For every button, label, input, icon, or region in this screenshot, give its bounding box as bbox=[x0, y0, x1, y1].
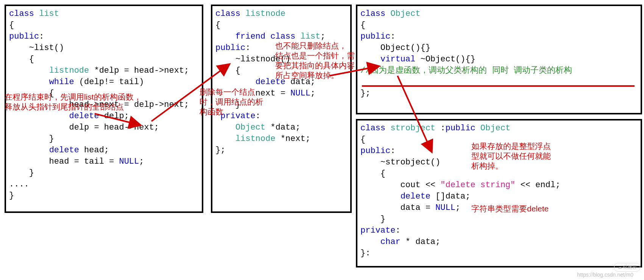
brace: { bbox=[9, 55, 34, 64]
colon: : bbox=[390, 146, 395, 156]
line: delp; bbox=[99, 111, 129, 121]
line: ; bbox=[455, 203, 460, 213]
kw-class: class bbox=[215, 9, 240, 19]
indent bbox=[360, 192, 401, 201]
line: ~Object(){} bbox=[415, 55, 475, 64]
comment: //因为是虚函数，调动父类析构的 同时 调动子类的析构 bbox=[360, 66, 572, 75]
line: cout << bbox=[360, 180, 440, 190]
line: ; bbox=[310, 89, 315, 98]
kw-class: class bbox=[360, 9, 385, 19]
indent bbox=[9, 111, 69, 121]
kw-class: class bbox=[9, 9, 34, 19]
line: ~strobject() bbox=[360, 158, 440, 167]
indent bbox=[9, 77, 49, 87]
code-box-object: class Object { public: Object(){} virtua… bbox=[356, 5, 642, 114]
ty-object: Object bbox=[235, 123, 265, 132]
colon: : bbox=[435, 124, 445, 133]
ty-list: list bbox=[34, 9, 59, 19]
brace: } bbox=[9, 191, 14, 200]
line: delp = head->next; bbox=[9, 123, 159, 132]
kw-friend-class: friend class bbox=[235, 32, 295, 41]
kw-public: public bbox=[445, 124, 475, 133]
line: *delp = head->next; bbox=[89, 66, 189, 75]
kw-virtual: virtual bbox=[380, 55, 415, 64]
kw-delete: delete bbox=[401, 192, 430, 201]
line: []data; bbox=[430, 192, 471, 201]
colon: : bbox=[245, 43, 250, 53]
kw-null: NULL bbox=[119, 157, 139, 166]
line: << endl; bbox=[515, 180, 560, 190]
line: data = bbox=[360, 203, 435, 213]
brace: { bbox=[360, 135, 365, 144]
ty-listnode: listnode bbox=[240, 9, 285, 19]
ty-strobject: strobject bbox=[385, 124, 435, 133]
kw-delete: delete bbox=[69, 111, 99, 121]
brace: } bbox=[9, 168, 34, 178]
indent bbox=[360, 237, 380, 247]
kw-null: NULL bbox=[435, 203, 455, 213]
indent bbox=[215, 77, 256, 87]
watermark-text: https://blog.csdn.net/m0 bbox=[577, 272, 633, 278]
annotation-5: 字符串类型需要delete bbox=[471, 204, 549, 214]
red-underline bbox=[362, 85, 635, 87]
line: }; bbox=[215, 145, 225, 155]
brace: { bbox=[360, 169, 385, 178]
indent bbox=[9, 66, 49, 75]
indent bbox=[9, 145, 49, 155]
indent bbox=[360, 55, 380, 64]
semi: ; bbox=[320, 32, 325, 41]
annotation-1: 在程序结束时，先调用list的析构函数， 释放从头指针到尾指针的全部结点 bbox=[5, 92, 142, 112]
provider-logo: ☁ 亿速云 bbox=[614, 263, 640, 272]
kw-char: char bbox=[380, 237, 401, 247]
brace: } bbox=[9, 134, 54, 144]
brace: { bbox=[9, 20, 14, 30]
kw-public: public bbox=[215, 43, 245, 53]
ty-list: list bbox=[295, 32, 320, 41]
indent bbox=[215, 32, 235, 41]
kw-delete: delete bbox=[49, 145, 79, 155]
annotation-4: 如果存放的是整型浮点 型就可以不做任何就能 析构掉。 bbox=[471, 141, 551, 171]
kw-null: NULL bbox=[290, 89, 310, 98]
ty-object: Object bbox=[385, 9, 420, 19]
ty-listnode: listnode bbox=[235, 134, 276, 144]
line: }; bbox=[360, 89, 370, 98]
annotation-3: 也不能只删除结点， 结点也是一个指针，需 要把其指向的具体内容 所占空间释放掉。 bbox=[275, 41, 355, 80]
brace: } bbox=[360, 214, 385, 224]
line: }: bbox=[360, 249, 370, 258]
indent bbox=[215, 134, 235, 144]
annotation-2: 删除每一个结点 时，调用结点的析 构函数 bbox=[200, 87, 263, 117]
line: head = tail = bbox=[9, 157, 119, 166]
line: * data; bbox=[401, 237, 441, 247]
brace: { bbox=[360, 20, 365, 30]
line: *next; bbox=[275, 134, 310, 144]
brace: { bbox=[215, 66, 240, 75]
line: head; bbox=[79, 145, 109, 155]
diagram-stage: class list { public: ~list() { listnode … bbox=[0, 0, 644, 280]
brace: { bbox=[215, 20, 220, 30]
kw-class: class bbox=[360, 124, 385, 133]
line: ; bbox=[139, 157, 144, 166]
indent bbox=[215, 123, 235, 132]
colon: : bbox=[39, 32, 44, 41]
kw-private: private bbox=[360, 226, 395, 235]
provider-logo-text: 亿速云 bbox=[623, 264, 637, 270]
kw-public: public bbox=[9, 32, 39, 41]
code-listnode: class listnode { friend class list; publ… bbox=[215, 8, 347, 156]
line: .... bbox=[9, 180, 29, 189]
line: Object(){} bbox=[360, 43, 430, 53]
kw-while: while bbox=[49, 77, 74, 87]
line: *data; bbox=[265, 123, 300, 132]
line: ~list() bbox=[9, 43, 64, 53]
string-literal: "delete string" bbox=[440, 180, 515, 190]
kw-public: public bbox=[360, 146, 390, 156]
line: (delp!= tail) bbox=[74, 77, 144, 87]
ty-object: Object bbox=[476, 124, 510, 133]
colon: : bbox=[390, 32, 395, 41]
colon: : bbox=[395, 226, 400, 235]
ty-listnode: listnode bbox=[49, 66, 89, 75]
kw-public: public bbox=[360, 32, 390, 41]
